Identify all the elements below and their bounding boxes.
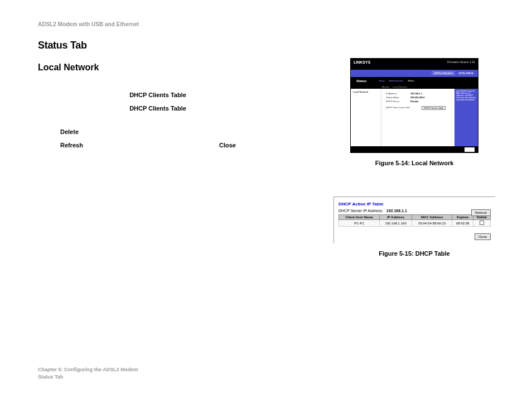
figure-local-network: LINKSYS Firmware Version 1.01 ADSL2 Mode… xyxy=(350,58,478,166)
device-tab-modem[interactable]: ADSL2 Modem xyxy=(432,71,455,75)
brand-logo: LINKSYS xyxy=(354,60,370,64)
product-header: ADSL2 Modem with USB and Ethernet xyxy=(38,21,495,27)
refresh-button[interactable]: Refresh xyxy=(471,209,491,216)
figure-local-network-screenshot: LINKSYS Firmware Version 1.01 ADSL2 Mode… xyxy=(350,58,478,153)
label-delete: Delete xyxy=(60,128,278,135)
firmware-version: Firmware Version 1.01 xyxy=(447,60,475,64)
footer-bar xyxy=(351,146,478,153)
cell-expires: 68:02:38 xyxy=(452,220,473,227)
help-panel: Local Network shows the MAC addresses, I… xyxy=(454,89,478,146)
label-dhcp-clients-table-2: DHCP Clients Table xyxy=(38,105,278,112)
col-ip: IP Address xyxy=(380,215,412,220)
col-expires: Expires xyxy=(452,215,473,220)
dhcp-server-ip-label: DHCP Server IP Address: xyxy=(338,209,383,213)
col-host: Client Host Name xyxy=(339,215,380,220)
figure-2-caption: Figure 5-15: DHCP Table xyxy=(333,250,495,257)
subtab-local-network[interactable]: Local Network xyxy=(393,85,407,88)
footer-chapter: Chapter 5: Configuring the ADSL2 Modem xyxy=(38,366,138,373)
table-row: PC-P1 192.168.1.100 00:04:5A:88:66:13 68… xyxy=(339,220,491,227)
nav-title: Status xyxy=(356,79,366,83)
page-footer: Chapter 5: Configuring the ADSL2 Modem S… xyxy=(38,366,138,380)
nav-admin[interactable]: Administration xyxy=(389,79,403,82)
label-dhcp-clients-table: DHCP Clients Table xyxy=(38,92,278,98)
delete-checkbox[interactable] xyxy=(480,221,484,225)
footer-section: Status Tab xyxy=(38,373,138,381)
dhcp-active-title: DHCP Active IP Table xyxy=(338,202,491,207)
mask-label: Subnet Mask: xyxy=(386,96,410,99)
figure-1-caption: Figure 5-14: Local Network xyxy=(350,160,478,166)
dhcp-table: Client Host Name IP Address MAC Address … xyxy=(338,214,491,227)
mask-value: 255.255.255.0 xyxy=(410,96,425,99)
nav-setup[interactable]: Setup xyxy=(379,79,384,82)
table-header-row: Client Host Name IP Address MAC Address … xyxy=(339,215,491,220)
figure-dhcp-table: DHCP Active IP Table DHCP Server IP Addr… xyxy=(333,197,495,257)
figure-dhcp-table-screenshot: DHCP Active IP Table DHCP Server IP Addr… xyxy=(333,197,495,243)
cell-host: PC-P1 xyxy=(339,220,380,227)
col-mac: MAC Address xyxy=(412,215,452,220)
sidebar-label: Local Network xyxy=(351,89,381,146)
ip-value: 192.168.1.1 xyxy=(410,92,422,95)
cell-mac: 00:04:5A:88:66:13 xyxy=(412,220,452,227)
cell-delete[interactable] xyxy=(473,220,491,227)
close-button[interactable]: Close xyxy=(475,233,491,240)
dhcp-value: Disable xyxy=(410,100,418,103)
main-panel: IP Address: 192.168.1.1 Subnet Mask: 255… xyxy=(381,89,454,146)
nav-status[interactable]: Status xyxy=(408,79,414,82)
heading-status-tab: Status Tab xyxy=(38,40,495,51)
subtab-modem[interactable]: Modem xyxy=(382,85,389,88)
ip-label: IP Address: xyxy=(386,92,410,95)
label-refresh: Refresh xyxy=(60,142,83,148)
cisco-logo xyxy=(465,147,475,152)
cell-ip: 192.168.1.100 xyxy=(380,220,412,227)
device-tab-model[interactable]: ADSL2MUE xyxy=(456,71,476,75)
dhcp-clients-table-button[interactable]: DHCP Clients Table xyxy=(422,106,446,110)
dhcp-label: DHCP Server: xyxy=(386,100,410,103)
label-close: Close xyxy=(219,142,236,148)
lease-label: DHCP Client Lease Info: xyxy=(386,106,419,110)
dhcp-server-ip-value: 192.168.1.1 xyxy=(386,209,407,213)
